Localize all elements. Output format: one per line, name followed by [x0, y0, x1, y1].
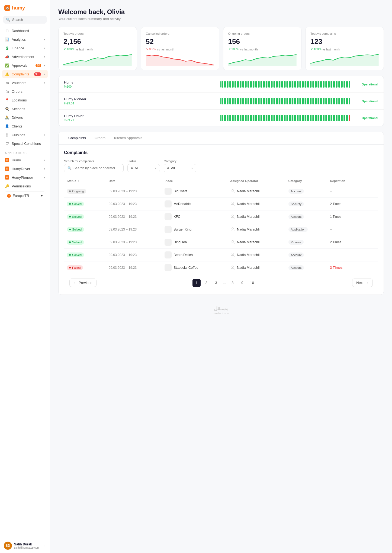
action-cell: ⋮ — [362, 223, 378, 236]
date-cell: 09.03.2023 – 19:23 — [106, 185, 162, 198]
sidebar-item-humy-app[interactable]: H Humy ▾ — [2, 156, 48, 164]
sidebar-item-label: Analytics — [12, 37, 41, 41]
uptime-bar — [263, 81, 264, 88]
row-action-button[interactable]: ⋮ — [365, 227, 375, 232]
stat-card-complains: Today's complains 123 ↗ 100% vs last mon… — [305, 27, 384, 70]
search-input[interactable] — [12, 18, 44, 22]
tab-complaints[interactable]: Complaints — [64, 132, 90, 144]
operator-name: Nadia Marachli — [237, 228, 259, 231]
complaints-title: Complaints — [64, 150, 88, 155]
sidebar-item-cuisines[interactable]: 🍴 Cuisines ▾ — [2, 130, 48, 139]
uptime-bar — [268, 115, 269, 121]
logout-icon[interactable]: → — [42, 544, 46, 548]
sidebar-item-locations[interactable]: 📍 Locations — [2, 96, 48, 104]
uptime-bar — [318, 81, 319, 88]
uptime-bar — [276, 115, 277, 121]
sidebar-item-special-conditions[interactable]: 🛡 Special Conditions — [2, 139, 48, 148]
user-icon: 👤 — [5, 124, 9, 128]
status-filter-group: Status All ▾ — [127, 159, 160, 172]
sidebar-item-finance[interactable]: 💲 Finance ▾ — [2, 44, 48, 52]
tab-orders[interactable]: Orders — [90, 132, 110, 144]
row-action-button[interactable]: ⋮ — [365, 189, 375, 194]
uptime-bar — [331, 81, 332, 88]
prev-button[interactable]: ← Previous — [69, 279, 97, 287]
main-content: Welcome back, Olivia Your current sales … — [50, 0, 392, 553]
uptime-bar — [292, 81, 293, 88]
uptime-bar — [297, 98, 298, 104]
next-button[interactable]: Next → — [352, 279, 373, 287]
page-number-3[interactable]: 3 — [212, 279, 220, 287]
status-cell: Ongoing — [64, 185, 106, 198]
date-cell: 09.03.2023 – 19:23 — [106, 223, 162, 236]
uptime-bar — [311, 115, 313, 121]
sidebar-item-clients[interactable]: 👤 Clients — [2, 122, 48, 130]
sidebar-item-dashboard[interactable]: ⊞ Dashboard — [2, 26, 48, 35]
shopping-bag-icon: 🛍 — [5, 89, 9, 94]
page-number-1[interactable]: 1 — [192, 279, 201, 287]
sidebar-item-drivers[interactable]: 🚴 Drivers — [2, 113, 48, 122]
uptime-status: Operational — [354, 100, 378, 103]
uptime-bar — [263, 115, 264, 121]
row-action-button[interactable]: ⋮ — [365, 252, 375, 258]
sidebar-item-permissions[interactable]: 🔑 Permissions — [2, 182, 48, 190]
page-number-2[interactable]: 2 — [202, 279, 210, 287]
search-box[interactable]: 🔍 — [3, 16, 47, 24]
more-options-button[interactable]: ⋮ — [374, 150, 378, 155]
date-cell: 09.03.2023 – 19:23 — [106, 261, 162, 274]
stat-card-ongoing: Ongoing orders 156 ↗ 100% vs last month — [223, 27, 302, 70]
uptime-bar — [331, 98, 332, 104]
status-select[interactable]: All ▾ — [127, 164, 160, 172]
status-dot — [69, 254, 71, 256]
sidebar-item-advertisement[interactable]: 📣 Advertisement ▾ — [2, 52, 48, 61]
uptime-bar — [237, 115, 238, 121]
uptime-bar — [318, 98, 319, 104]
row-action-button[interactable]: ⋮ — [365, 265, 375, 270]
search-complaints-input[interactable] — [73, 166, 120, 170]
sidebar-item-humydriver-app[interactable]: D HumyDriver ▾ — [2, 164, 48, 173]
date-cell: 09.03.2023 – 19:23 — [106, 236, 162, 249]
chevron-down-icon: ▾ — [44, 167, 45, 170]
stat-label: Ongoing orders — [228, 32, 297, 35]
uptime-bar — [276, 98, 277, 104]
uptime-row-humy: Humy %100 Operational — [59, 76, 384, 93]
sidebar-item-orders[interactable]: 🛍 Orders — [2, 87, 48, 96]
category-select[interactable]: All ▾ — [164, 164, 196, 172]
table-row: Ongoing 09.03.2023 – 19:23 BigChefs Nadi… — [64, 185, 378, 198]
uptime-bar — [246, 98, 248, 104]
uptime-bar — [243, 115, 244, 121]
ticket-icon: 🎟 — [5, 81, 9, 85]
sidebar-item-vouchers[interactable]: 🎟 Vouchers ▾ — [2, 78, 48, 87]
uptime-bar — [339, 115, 340, 121]
uptime-bars-humy — [99, 81, 350, 88]
search-input-wrap[interactable]: 🔍 — [64, 164, 124, 172]
sidebar-item-label: HumyDriver — [12, 167, 41, 171]
uptime-bar — [266, 115, 267, 121]
sidebar-item-humypioneer-app[interactable]: P HumyPioneer ▾ — [2, 173, 48, 182]
sidebar-item-approvals[interactable]: ✅ Approvals 10 ▾ — [2, 61, 48, 70]
status-badge: Solved — [67, 214, 84, 219]
sidebar-item-kitchens[interactable]: 🍳 Kitchens — [2, 104, 48, 113]
uptime-bar — [274, 98, 275, 104]
uptime-bar — [272, 81, 274, 88]
row-action-button[interactable]: ⋮ — [365, 214, 375, 219]
uptime-bar — [349, 81, 350, 88]
row-action-button[interactable]: ⋮ — [365, 202, 375, 207]
complaints-body: Complaints ⋮ Search for complaints 🔍 Sta… — [59, 145, 384, 295]
uptime-bar — [282, 115, 283, 121]
row-action-button[interactable]: ⋮ — [365, 240, 375, 245]
operator-cell: Nadia Marachli — [227, 198, 286, 210]
page-number-9[interactable]: 9 — [238, 279, 246, 287]
uptime-bar — [287, 81, 288, 88]
sidebar-item-complaints[interactable]: ⚠️ Complaints 99+ ▾ — [2, 70, 48, 78]
region-selector[interactable]: TR Europe/TR ▾ — [4, 191, 46, 200]
uptime-bar — [294, 98, 295, 104]
page-number-8[interactable]: 8 — [229, 279, 237, 287]
logo[interactable]: 🏠 humy — [0, 0, 50, 14]
megaphone-icon: 📣 — [5, 55, 9, 59]
tab-kitchen-approvals[interactable]: Kitchen Approvals — [110, 132, 147, 144]
humy-app-icon: H — [5, 158, 9, 162]
sidebar-item-analytics[interactable]: 📊 Analytics ▾ — [2, 35, 48, 44]
map-pin-icon: 📍 — [5, 98, 9, 102]
page-number-10[interactable]: 10 — [248, 279, 256, 287]
uptime-bar — [310, 98, 311, 104]
